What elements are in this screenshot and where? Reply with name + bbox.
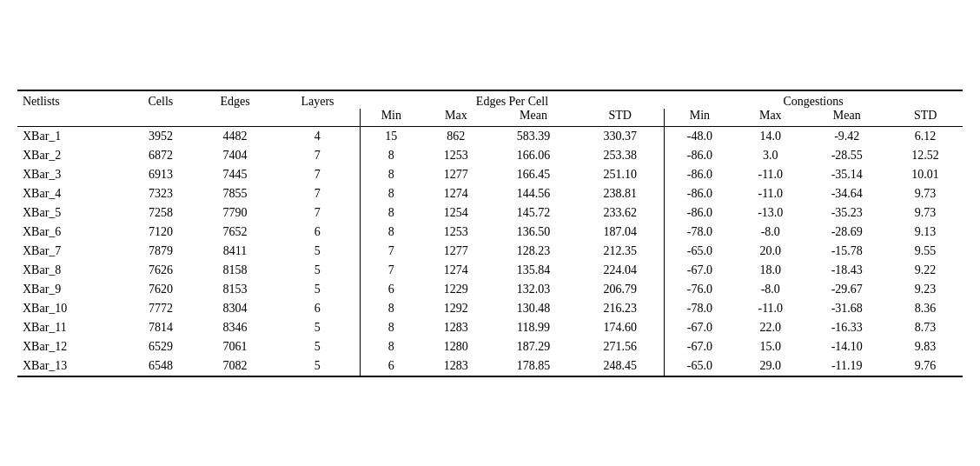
cell-cong-max: 29.0 [735, 356, 805, 376]
cell-cong-std: 9.23 [888, 280, 963, 299]
cell-cong-max: 22.0 [735, 318, 805, 337]
cell-epc-max: 1229 [421, 280, 490, 299]
cell-name: XBar_8 [17, 261, 126, 280]
cell-cong-mean: -14.10 [805, 337, 888, 356]
cell-layers: 5 [275, 318, 361, 337]
cell-epc-max: 1280 [421, 337, 490, 356]
sub-cong-std: STD [888, 109, 963, 127]
cell-cong-max: 15.0 [735, 337, 805, 356]
cell-epc-min: 8 [361, 223, 422, 242]
sub-epc-mean: Mean [490, 109, 576, 127]
cell-cong-min: -67.0 [664, 318, 735, 337]
cell-cong-std: 9.73 [888, 184, 963, 203]
cell-cong-mean: -11.19 [805, 356, 888, 376]
cell-epc-mean: 144.56 [490, 184, 576, 203]
table-container: Netlists Cells Edges Layers Edges Per Ce… [17, 90, 963, 377]
cell-epc-max: 862 [421, 126, 490, 146]
cell-epc-min: 8 [361, 165, 422, 184]
cell-epc-std: 187.04 [577, 223, 664, 242]
cell-cells: 7879 [126, 242, 195, 261]
cell-cong-std: 9.83 [888, 337, 963, 356]
cell-layers: 7 [275, 184, 361, 203]
cell-cong-min: -67.0 [664, 261, 735, 280]
cell-cells: 6872 [126, 146, 195, 165]
cell-layers: 5 [275, 280, 361, 299]
table-row: XBar_139524482415862583.39330.37-48.014.… [17, 126, 963, 146]
cell-epc-max: 1292 [421, 299, 490, 318]
cell-cong-max: 3.0 [735, 146, 805, 165]
cell-epc-min: 6 [361, 356, 422, 376]
table-row: XBar_473237855781274144.56238.81-86.0-11… [17, 184, 963, 203]
cell-epc-max: 1254 [421, 203, 490, 223]
cell-layers: 6 [275, 299, 361, 318]
cell-cong-mean: -18.43 [805, 261, 888, 280]
cell-epc-std: 238.81 [577, 184, 664, 203]
table-row: XBar_778798411571277128.23212.35-65.020.… [17, 242, 963, 261]
cell-edges: 7061 [195, 337, 275, 356]
cell-epc-mean: 166.06 [490, 146, 576, 165]
table-row: XBar_671207652681253136.50187.04-78.0-8.… [17, 223, 963, 242]
cell-epc-std: 212.35 [577, 242, 664, 261]
cell-epc-min: 8 [361, 318, 422, 337]
cell-epc-mean: 187.29 [490, 337, 576, 356]
cell-cong-mean: -29.67 [805, 280, 888, 299]
table-row: XBar_1077728304681292130.48216.23-78.0-1… [17, 299, 963, 318]
cell-layers: 5 [275, 261, 361, 280]
cell-cells: 7120 [126, 223, 195, 242]
cell-cong-max: -11.0 [735, 299, 805, 318]
cell-epc-std: 216.23 [577, 299, 664, 318]
cell-layers: 4 [275, 126, 361, 146]
table-row: XBar_876268158571274135.84224.04-67.018.… [17, 261, 963, 280]
cell-cong-mean: -35.23 [805, 203, 888, 223]
cell-name: XBar_10 [17, 299, 126, 318]
cell-name: XBar_3 [17, 165, 126, 184]
cell-cong-max: -8.0 [735, 223, 805, 242]
cell-name: XBar_1 [17, 126, 126, 146]
cell-epc-std: 271.56 [577, 337, 664, 356]
cell-cong-max: 18.0 [735, 261, 805, 280]
col-congestions-header: Congestions [664, 90, 963, 109]
cell-epc-max: 1277 [421, 242, 490, 261]
cell-epc-min: 6 [361, 280, 422, 299]
sub-cells [126, 109, 195, 127]
cell-epc-std: 251.10 [577, 165, 664, 184]
table-body: XBar_139524482415862583.39330.37-48.014.… [17, 126, 963, 376]
cell-cong-mean: -31.68 [805, 299, 888, 318]
sub-epc-max: Max [421, 109, 490, 127]
cell-cong-mean: -28.55 [805, 146, 888, 165]
sub-cong-min: Min [664, 109, 735, 127]
cell-cong-std: 8.73 [888, 318, 963, 337]
cell-cells: 6913 [126, 165, 195, 184]
cell-name: XBar_5 [17, 203, 126, 223]
cell-cells: 7626 [126, 261, 195, 280]
sub-cong-mean: Mean [805, 109, 888, 127]
cell-name: XBar_4 [17, 184, 126, 203]
cell-cong-min: -86.0 [664, 203, 735, 223]
cell-epc-mean: 583.39 [490, 126, 576, 146]
cell-cong-max: -13.0 [735, 203, 805, 223]
cell-cong-max: 14.0 [735, 126, 805, 146]
cell-epc-max: 1253 [421, 146, 490, 165]
data-table: Netlists Cells Edges Layers Edges Per Ce… [17, 90, 963, 377]
table-row: XBar_268727404781253166.06253.38-86.03.0… [17, 146, 963, 165]
cell-cells: 7772 [126, 299, 195, 318]
cell-cells: 3952 [126, 126, 195, 146]
cell-edges: 4482 [195, 126, 275, 146]
cell-cong-min: -65.0 [664, 356, 735, 376]
cell-epc-min: 7 [361, 261, 422, 280]
table-row: XBar_1178148346581283118.99174.60-67.022… [17, 318, 963, 337]
cell-cong-min: -78.0 [664, 299, 735, 318]
cell-epc-mean: 166.45 [490, 165, 576, 184]
cell-edges: 8346 [195, 318, 275, 337]
cell-layers: 5 [275, 242, 361, 261]
cell-epc-max: 1253 [421, 223, 490, 242]
cell-layers: 7 [275, 165, 361, 184]
cell-cong-mean: -9.42 [805, 126, 888, 146]
cell-epc-std: 233.62 [577, 203, 664, 223]
cell-epc-mean: 178.85 [490, 356, 576, 376]
cell-cong-min: -78.0 [664, 223, 735, 242]
cell-epc-mean: 130.48 [490, 299, 576, 318]
cell-name: XBar_12 [17, 337, 126, 356]
cell-epc-min: 7 [361, 242, 422, 261]
cell-epc-mean: 128.23 [490, 242, 576, 261]
